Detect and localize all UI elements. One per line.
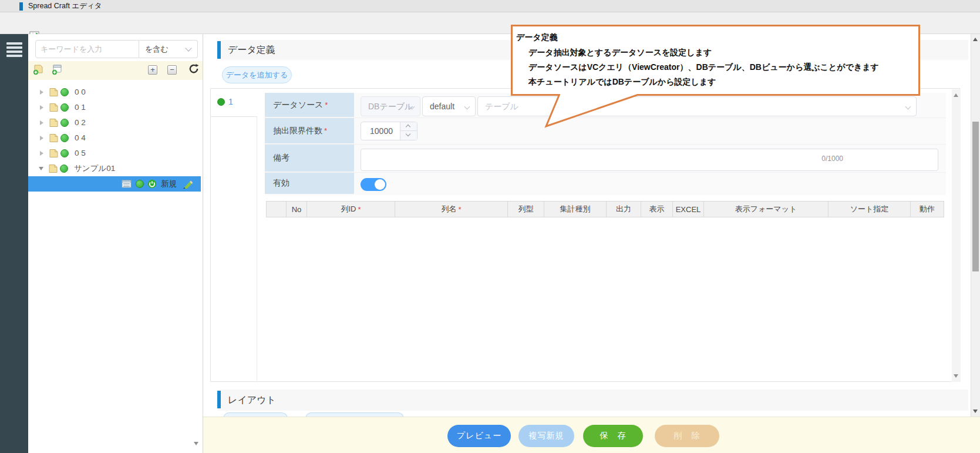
layout-section-title: レイアウト xyxy=(228,394,276,407)
note-input[interactable] xyxy=(361,149,938,171)
tutorial-tooltip: データ定義 データ抽出対象とするデータソースを設定します データソースはVCクエ… xyxy=(511,25,920,96)
app-title: Spread Craft エディタ xyxy=(28,0,102,12)
column-header-aggregate: 集計種別 xyxy=(544,201,607,217)
enabled-label: 有効 xyxy=(273,178,289,189)
limit-label-cell: 抽出限界件数 * xyxy=(265,118,354,143)
columns-table-header: No 列ID* 列名* 列型 集計種別 出力 表示 EXCEL 表示フォーマット… xyxy=(266,201,944,217)
status-green-icon xyxy=(60,119,69,127)
section-accent-bar xyxy=(217,391,221,408)
match-mode-value: を含む xyxy=(145,45,169,53)
required-marker: * xyxy=(358,205,361,214)
tooltip-title: データ定義 xyxy=(516,32,558,43)
section-accent-bar xyxy=(217,41,221,59)
layout-section-header: レイアウト xyxy=(217,390,968,411)
match-mode-select[interactable]: を含む xyxy=(139,40,198,58)
chevron-down-icon xyxy=(464,104,470,110)
required-marker: * xyxy=(325,100,328,109)
status-green-icon xyxy=(217,98,225,106)
tree-item-0-5[interactable]: 0 5 xyxy=(28,146,203,160)
limit-number-input[interactable]: 10000 xyxy=(361,122,417,140)
scroll-up-icon[interactable] xyxy=(973,38,978,41)
expander-icon[interactable] xyxy=(40,105,43,110)
scroll-up-icon[interactable] xyxy=(954,93,958,97)
tooltip-line: 本チュートリアルではDBテーブルから設定します xyxy=(528,77,716,88)
tooltip-line: データソースはVCクエリ（ViewCreator）、DBテーブル、DBビューから… xyxy=(528,62,879,73)
column-header-format: 表示フォーマット xyxy=(704,201,829,217)
column-header-action: 動作 xyxy=(911,201,944,217)
tree-item-label: サンプル01 xyxy=(74,163,115,174)
spinner-up-button[interactable] xyxy=(400,122,417,131)
tree-item-0-1[interactable]: 0 1 xyxy=(28,100,203,115)
folder-icon xyxy=(49,149,59,158)
action-footer: プレビュー 複写新規 保 存 削 除 xyxy=(203,417,980,453)
limit-label: 抽出限界件数 xyxy=(273,126,322,136)
datasource-type-select[interactable]: DBテーブル xyxy=(361,96,420,116)
tree-item-label: 0 4 xyxy=(75,133,86,142)
keyword-search-input[interactable] xyxy=(35,40,139,58)
tree-item-new[interactable]: 新規 xyxy=(28,176,201,192)
status-green-icon xyxy=(60,149,69,157)
number-spinner xyxy=(400,122,417,140)
tree-item-sample01[interactable]: サンプル01 xyxy=(28,161,203,176)
column-header-col-id: 列ID* xyxy=(307,201,395,217)
expand-all-button[interactable]: + xyxy=(148,65,157,75)
refresh-tree-button[interactable] xyxy=(188,63,199,74)
chevron-down-icon xyxy=(406,132,410,136)
add-data-button[interactable]: データを追加する xyxy=(222,66,292,83)
power-icon xyxy=(147,179,157,189)
menu-toggle-button[interactable] xyxy=(6,42,22,60)
copy-new-button[interactable]: 複写新規 xyxy=(518,425,574,447)
spinner-down-button[interactable] xyxy=(400,131,417,140)
toggle-knob xyxy=(375,179,385,190)
folder-icon xyxy=(49,88,59,97)
chevron-up-icon xyxy=(406,125,410,129)
datasource-table-placeholder: テーブル xyxy=(485,102,518,111)
expander-icon[interactable] xyxy=(40,90,43,95)
required-marker: * xyxy=(458,205,461,214)
chevron-down-icon xyxy=(185,45,191,51)
status-green-icon xyxy=(60,134,69,142)
datasource-schema-value: default xyxy=(430,102,454,111)
status-green-icon xyxy=(60,103,69,112)
datasource-schema-select[interactable]: default xyxy=(422,96,476,116)
delete-button[interactable]: 削 除 xyxy=(655,425,719,447)
status-green-icon xyxy=(136,180,144,188)
enabled-toggle[interactable] xyxy=(361,178,386,191)
expander-icon[interactable] xyxy=(40,151,43,156)
limit-value: 10000 xyxy=(370,126,393,136)
preview-button[interactable]: プレビュー xyxy=(447,425,511,447)
add-folder-button[interactable] xyxy=(33,64,45,75)
add-item-button[interactable] xyxy=(52,64,63,75)
tree-scroll-down-icon[interactable] xyxy=(194,442,198,445)
save-button[interactable]: 保 存 xyxy=(583,425,643,447)
data-tab-1[interactable]: 1 xyxy=(211,89,257,117)
expander-icon[interactable] xyxy=(40,120,43,125)
tree-item-label: 0 0 xyxy=(75,88,86,96)
tab-number: 1 xyxy=(228,97,233,106)
tree-item-0-2[interactable]: 0 2 xyxy=(28,115,203,130)
column-header-sort: ソート指定 xyxy=(829,201,911,217)
data-section-title: データ定義 xyxy=(228,44,275,56)
edit-pencil-icon[interactable] xyxy=(180,179,193,189)
tree-item-0-0[interactable]: 0 0 xyxy=(28,85,203,99)
column-header-display: 表示 xyxy=(641,201,673,217)
collapse-all-button[interactable]: − xyxy=(167,65,177,75)
scroll-down-icon[interactable] xyxy=(954,374,958,378)
note-label-cell: 備考 xyxy=(265,145,354,172)
tree-item-label: 新規 xyxy=(161,179,177,189)
enabled-label-cell: 有効 xyxy=(265,173,354,194)
folder-icon xyxy=(49,103,59,112)
main-scrollbar[interactable] xyxy=(971,34,980,417)
data-definition-card: 1 データソース * DBテーブル default テーブル xyxy=(210,88,960,382)
note-row: 備考 0/1000 xyxy=(265,145,946,173)
expander-open-icon[interactable] xyxy=(39,167,43,170)
scroll-down-icon[interactable] xyxy=(973,410,978,413)
expander-icon[interactable] xyxy=(40,136,43,140)
scrollbar-thumb[interactable] xyxy=(972,122,979,271)
tooltip-line: データ抽出対象とするデータソースを設定します xyxy=(528,48,712,58)
tooltip-tail xyxy=(528,94,646,129)
tree-item-0-4[interactable]: 0 4 xyxy=(28,130,203,145)
spread-craft-editor-window: Spread Craft エディタ ← を含む xyxy=(0,0,980,453)
card-scrollbar[interactable] xyxy=(952,89,961,382)
datasource-type-value: DBテーブル xyxy=(368,102,413,111)
